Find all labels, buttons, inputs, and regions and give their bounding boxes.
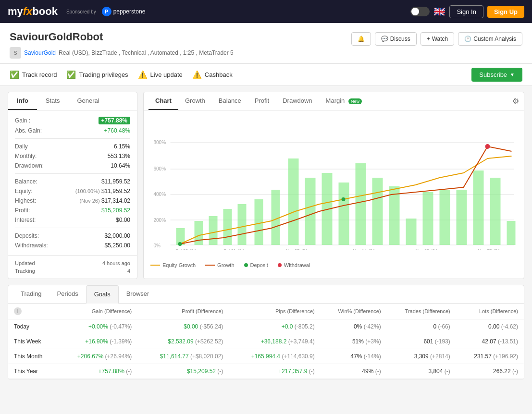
custom-analysis-button[interactable]: 🕐 Custom Analysis <box>458 32 522 46</box>
chart-svg: 0% 200% 400% 600% 800% Oct 25, '24 Oct 3… <box>148 115 519 250</box>
svg-text:400%: 400% <box>154 192 166 197</box>
row-trades: 0 (-66) <box>387 319 456 334</box>
tab-stats[interactable]: Stats <box>37 92 69 110</box>
updated-value: 4 hours ago <box>102 260 130 266</box>
row-trades: 601 (-193) <box>387 334 456 349</box>
row-profit: $11,614.77 (+$8,020.02) <box>137 349 229 364</box>
chart-tab-balance[interactable]: Balance <box>212 92 248 110</box>
row-profit: $0.00 (-$56.24) <box>137 319 229 334</box>
live-update-label: Live update <box>150 71 183 78</box>
bottom-tab-periods[interactable]: Periods <box>49 285 86 303</box>
abs-gain-row: Abs. Gain: +760.48% <box>15 126 130 135</box>
status-bar: ✅ Track record ✅ Trading privileges ⚠️ L… <box>0 64 532 86</box>
account-name-link[interactable]: SaviourGold <box>24 49 56 56</box>
info-icon[interactable]: i <box>14 307 22 315</box>
chart-tab-profit[interactable]: Profit <box>248 92 276 110</box>
chart-area: 0% 200% 400% 600% 800% Oct 25, '24 Oct 3… <box>144 110 524 259</box>
live-update-warn-icon: ⚠️ <box>138 70 148 79</box>
chart-tab-drawdown[interactable]: Drawdown <box>276 92 319 110</box>
monthly-label: Monthly: <box>15 153 37 159</box>
drawdown-value: 10.64% <box>111 162 130 169</box>
th-period: i <box>8 304 57 319</box>
highest-amount: $17,314.02 <box>101 197 130 204</box>
highest-row: Highest: (Nov 26) $17,314.02 <box>15 196 130 206</box>
deposit-dot-icon <box>244 263 248 267</box>
clock-icon: 🕐 <box>464 36 471 42</box>
language-flag[interactable]: 🇬🇧 <box>433 6 445 17</box>
pepperstone-label: pepperstone <box>113 8 146 15</box>
abs-gain-label: Abs. Gain: <box>15 127 42 134</box>
svg-text:0%: 0% <box>154 243 161 248</box>
row-gain: +757.88% (-) <box>57 364 138 379</box>
main-content: Info Stats General Gain : +757.88% Abs. … <box>0 86 532 285</box>
withdrawals-value: $5,250.00 <box>105 242 130 249</box>
bell-button[interactable]: 🔔 <box>351 32 371 46</box>
row-trades: 3,309 (+2814) <box>387 349 456 364</box>
row-pips: +36,188.2 (+3,749.4) <box>229 334 320 349</box>
legend-withdrawal: Withdrawal <box>278 262 310 268</box>
discuss-button[interactable]: 💬 Discuss <box>375 32 417 46</box>
trading-privileges-status: ✅ Trading privileges <box>66 70 128 79</box>
track-record-check-icon: ✅ <box>10 70 19 79</box>
withdrawal-label: Withdrawal <box>284 262 310 268</box>
equity-amount: $11,959.52 <box>101 188 130 195</box>
th-lots: Lots (Difference) <box>456 304 524 319</box>
bottom-tab-browser[interactable]: Browser <box>119 285 157 303</box>
row-profit: $15,209.52 (-) <box>137 364 229 379</box>
row-pips: +217,357.9 (-) <box>229 364 320 379</box>
row-label: This Year <box>8 364 57 379</box>
svg-rect-21 <box>255 199 263 245</box>
watch-button[interactable]: + Watch <box>421 32 455 46</box>
subscribe-area: Subscribe ▼ <box>471 68 522 82</box>
row-label: Today <box>8 319 57 334</box>
chart-tab-margin[interactable]: Margin New <box>319 92 369 110</box>
svg-rect-26 <box>339 183 349 245</box>
updated-row: Updated 4 hours ago <box>15 259 130 267</box>
interest-label: Interest: <box>15 217 36 223</box>
profit-label: Profit: <box>15 207 30 214</box>
svg-text:200%: 200% <box>154 218 166 223</box>
subscribe-label: Subscribe <box>479 71 507 78</box>
theme-toggle[interactable] <box>410 7 430 16</box>
chart-tab-chart[interactable]: Chart <box>148 92 178 110</box>
svg-text:600%: 600% <box>154 166 166 171</box>
svg-rect-22 <box>272 190 280 245</box>
left-panel: Info Stats General Gain : +757.88% Abs. … <box>8 92 137 279</box>
trading-privileges-check-icon: ✅ <box>66 70 76 79</box>
sign-in-button[interactable]: Sign In <box>449 5 483 18</box>
row-lots: 266.22 (-) <box>456 364 524 379</box>
row-lots: 0.00 (-4.62) <box>456 319 524 334</box>
row-gain: +206.67% (+26.94%) <box>57 349 138 364</box>
legend-equity-growth: Equity Growth <box>150 262 196 268</box>
sign-up-button[interactable]: Sign Up <box>487 6 524 18</box>
chart-panel: Chart Growth Balance Profit Drawdown Mar… <box>143 92 524 279</box>
tracking-row: Tracking 4 <box>15 267 130 275</box>
chart-tab-growth[interactable]: Growth <box>178 92 212 110</box>
equity-value: (100.00%) $11,959.52 <box>75 188 130 195</box>
tab-general[interactable]: General <box>68 92 108 110</box>
monthly-row: Monthly: 553.13% <box>15 151 130 161</box>
pepperstone-link[interactable]: P pepperstone <box>102 7 146 16</box>
withdrawals-label: Withdrawals: <box>15 242 48 249</box>
svg-rect-36 <box>507 221 516 245</box>
chart-settings-icon[interactable]: ⚙ <box>512 97 519 106</box>
account-details: Real (USD), BizzTrade , Technical , Auto… <box>59 49 234 56</box>
subscribe-button[interactable]: Subscribe ▼ <box>471 68 522 82</box>
row-profit: $2,532.09 (+$262.52) <box>137 334 229 349</box>
table-header-row: i Gain (Difference) Profit (Difference) … <box>8 304 524 319</box>
th-pips: Pips (Difference) <box>229 304 320 319</box>
bottom-tab-trading[interactable]: Trading <box>13 285 49 303</box>
gain-value: +757.88% <box>99 117 130 124</box>
svg-rect-19 <box>223 209 232 245</box>
cashback-warn-icon: ⚠️ <box>192 70 202 79</box>
equity-pct: (100.00%) <box>75 188 100 194</box>
row-label: This Month <box>8 349 57 364</box>
equity-row: Equity: (100.00%) $11,959.52 <box>15 186 130 196</box>
balance-label: Balance: <box>15 178 37 185</box>
row-pips: +0.0 (-805.2) <box>229 319 320 334</box>
bottom-tab-goals[interactable]: Goals <box>86 285 119 304</box>
equity-label: Equity: <box>15 188 33 195</box>
svg-rect-18 <box>209 216 218 245</box>
sponsored-label: Sponsored by <box>66 9 96 14</box>
tab-info[interactable]: Info <box>8 92 37 110</box>
